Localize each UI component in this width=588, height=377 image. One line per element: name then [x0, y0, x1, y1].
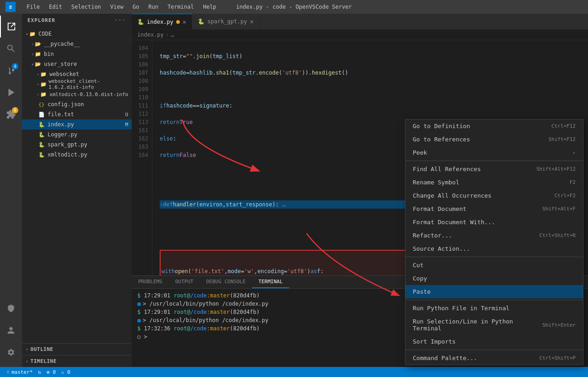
ctx-rename-symbol[interactable]: Rename Symbol F2	[405, 176, 583, 189]
ctx-sep-4	[405, 350, 583, 350]
xmltodict-dist-chevron-icon: ›	[37, 92, 39, 97]
breadcrumb-file[interactable]: index.py	[137, 32, 164, 38]
ctx-sort-imports[interactable]: Sort Imports	[405, 335, 583, 348]
tab-spark-label: spark_gpt.py	[207, 18, 247, 25]
ctx-find-all-refs[interactable]: Find All References Shift+Alt+F12	[405, 162, 583, 176]
code-line-105: hashcode = hashlib.sha1(tmp_str.encode('…	[160, 69, 581, 77]
ctx-run-selection-label: Run Selection/Line in Python Terminal	[413, 318, 542, 332]
ctx-cut[interactable]: Cut	[405, 259, 583, 272]
timeline-toggle[interactable]: › TIMELINE	[22, 355, 132, 367]
menu-file[interactable]: File	[23, 3, 43, 11]
tab-index-close[interactable]: ×	[183, 18, 186, 26]
source-control-activity-icon[interactable]: 4	[0, 59, 22, 81]
ctx-format-document-with[interactable]: Format Document With...	[405, 215, 583, 229]
ctx-goto-references-label: Go to References	[413, 136, 548, 143]
menu-bar: File Edit Selection View Go Run Terminal…	[23, 3, 220, 11]
ctx-refactor[interactable]: Refactor... Ctrl+Shift+R	[405, 229, 583, 242]
timeline-section: › TIMELINE	[22, 355, 132, 367]
ctx-run-selection[interactable]: Run Selection/Line in Python Terminal Sh…	[405, 315, 583, 335]
status-sync[interactable]: ↻	[35, 369, 44, 375]
breadcrumb: index.py › …	[132, 30, 588, 40]
extensions-activity-icon[interactable]: 6	[0, 103, 22, 125]
config-json-label: config.json	[48, 101, 84, 108]
settings-icon[interactable]	[0, 341, 22, 363]
sidebar-item-logger-py[interactable]: 🐍 Logger.py	[22, 129, 132, 140]
py-icon: 🐍	[38, 122, 46, 128]
tab-spark-gpt[interactable]: 🐍 spark_gpt.py ×	[192, 14, 259, 29]
ctx-command-palette[interactable]: Command Palette... Ctrl+Shift+P	[405, 351, 583, 365]
tab-index-icon: 🐍	[137, 19, 144, 25]
ctx-peek-arrow: ›	[572, 149, 576, 156]
menu-run[interactable]: Run	[145, 3, 162, 11]
menu-go[interactable]: Go	[129, 3, 143, 11]
account-icon[interactable]	[0, 319, 22, 341]
activity-bottom	[0, 297, 22, 367]
sidebar-item-spark-gpt[interactable]: 🐍 spark_gpt.py	[22, 140, 132, 150]
ctx-peek[interactable]: Peek ›	[405, 146, 583, 159]
tab-spark-icon: 🐍	[198, 18, 205, 25]
breadcrumb-ellipsis[interactable]: …	[171, 32, 174, 38]
sidebar-item-xmltodict-dist[interactable]: › 📁 xmltodict-0.13.0.dist-info	[22, 89, 132, 99]
txt-icon: 📄	[38, 112, 46, 118]
ctx-run-python[interactable]: Run Python File in Terminal	[405, 302, 583, 315]
sidebar-item-bin[interactable]: › 📁 bin	[22, 49, 132, 59]
ctx-run-selection-shortcut: Shift+Enter	[542, 322, 576, 328]
websocket-client-label: websocket_client-1.6.2.dist-info	[49, 78, 132, 90]
remote-icon[interactable]	[0, 297, 22, 319]
tab-bar: 🐍 index.py × 🐍 spark_gpt.py ×	[132, 14, 588, 30]
outline-toggle[interactable]: › OUTLINE	[22, 344, 132, 355]
run-debug-activity-icon[interactable]	[0, 81, 22, 103]
outline-chevron-icon: ›	[26, 347, 29, 352]
ctx-command-palette-shortcut: Ctrl+Shift+P	[539, 355, 576, 361]
menu-help[interactable]: Help	[200, 3, 220, 11]
search-activity-icon[interactable]	[0, 38, 22, 59]
ctx-paste[interactable]: Paste	[405, 285, 583, 298]
timeline-label: TIMELINE	[31, 358, 57, 364]
sidebar-item-user-store[interactable]: ▾ 📂 user_store	[22, 59, 132, 69]
sidebar-menu-button[interactable]: ···	[114, 17, 126, 23]
ctx-rename-symbol-shortcut: F2	[570, 179, 576, 185]
menu-terminal[interactable]: Terminal	[164, 3, 198, 11]
explorer-activity-icon[interactable]	[0, 16, 22, 38]
pycache-chevron-icon: ›	[31, 42, 34, 47]
tree-root-folder[interactable]: ▾ 📁 CODE	[22, 29, 132, 39]
sidebar-item-file-txt[interactable]: 📄 file.txt U	[22, 109, 132, 119]
panel-tab-debug[interactable]: DEBUG CONSOLE	[200, 276, 252, 288]
tab-index-py[interactable]: 🐍 index.py ×	[132, 14, 192, 29]
status-branch[interactable]: ⑂ master*	[4, 369, 35, 375]
panel-tab-problems[interactable]: PROBLEMS	[132, 276, 169, 288]
ctx-peek-label: Peek	[413, 149, 568, 156]
title-bar: ≡ File Edit Selection View Go Run Termin…	[0, 0, 588, 14]
ctx-sep-1	[405, 161, 583, 161]
root-folder-label: CODE	[38, 31, 52, 37]
status-warnings[interactable]: ⚠ 0	[59, 369, 73, 375]
folder-icon-6: 📁	[40, 81, 47, 87]
ctx-format-document[interactable]: Format Document Shift+Alt+F	[405, 202, 583, 215]
ctx-goto-references[interactable]: Go to References Shift+F12	[405, 133, 583, 146]
context-menu: Go to Definition Ctrl+F12 Go to Referenc…	[405, 119, 583, 365]
branch-icon: ⑂	[6, 369, 10, 375]
panel-tab-output[interactable]: OUTPUT	[169, 276, 200, 288]
panel-tab-terminal[interactable]: TERMINAL	[252, 276, 289, 288]
status-bar: ⑂ master* ↻ ⊗ 0 ⚠ 0	[0, 367, 588, 377]
menu-edit[interactable]: Edit	[45, 3, 66, 11]
menu-selection[interactable]: Selection	[68, 3, 105, 11]
sidebar-item-xmltodict-py[interactable]: 🐍 xmltodict.py	[22, 150, 132, 160]
outline-section: › OUTLINE	[22, 343, 132, 355]
ctx-goto-definition[interactable]: Go to Definition Ctrl+F12	[405, 119, 583, 133]
sidebar-item-websocket[interactable]: › 📁 websocket	[22, 69, 132, 79]
menu-view[interactable]: View	[107, 3, 127, 11]
status-errors[interactable]: ⊗ 0	[44, 369, 59, 375]
branch-name: master*	[11, 369, 32, 375]
ctx-source-action[interactable]: Source Action...	[405, 242, 583, 255]
ctx-cut-label: Cut	[413, 262, 576, 269]
ctx-copy[interactable]: Copy	[405, 272, 583, 285]
file-tree: ▾ 📁 CODE › 📂 __pycache__ › 📁 bin	[22, 27, 132, 343]
sidebar-item-websocket-client[interactable]: › 📁 websocket_client-1.6.2.dist-info	[22, 79, 132, 89]
ctx-change-occurrences[interactable]: Change All Occurrences Ctrl+F2	[405, 189, 583, 202]
sidebar-item-config-json[interactable]: {} config.json	[22, 99, 132, 109]
tab-spark-close[interactable]: ×	[250, 18, 254, 25]
sidebar-item-index-py[interactable]: 🐍 index.py M	[22, 119, 132, 129]
sidebar-item-pycache[interactable]: › 📂 __pycache__	[22, 39, 132, 49]
xmltodict-dist-label: xmltodict-0.13.0.dist-info	[49, 92, 128, 97]
